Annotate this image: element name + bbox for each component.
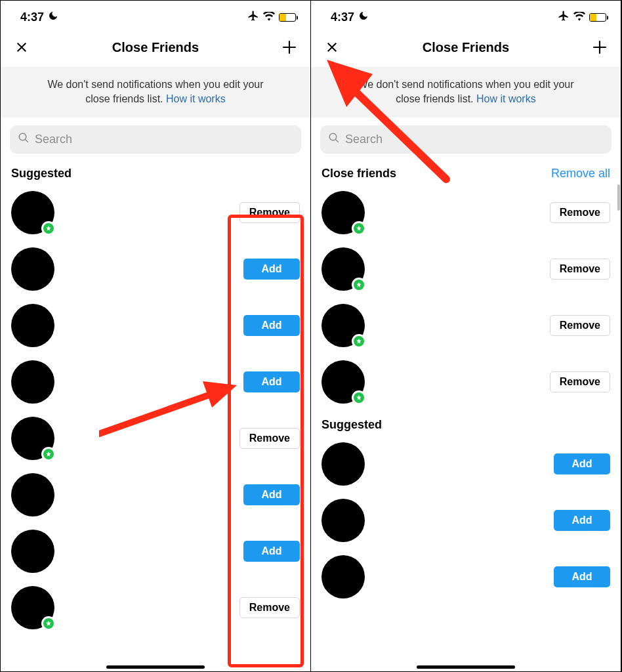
add-button[interactable]: Add [243, 259, 300, 280]
wifi-icon [573, 10, 585, 24]
header: Close Friends [311, 30, 621, 67]
add-button[interactable]: Add [243, 484, 300, 505]
add-button[interactable]: Add [243, 371, 300, 392]
phone-left: 4:37 Close Friends We don't send notific… [1, 1, 311, 672]
remove-button[interactable]: Remove [550, 259, 610, 280]
banner-text-b: close friends list. [85, 93, 166, 104]
avatar[interactable] [321, 442, 365, 486]
header: Close Friends [1, 30, 310, 67]
avatar[interactable] [321, 304, 365, 347]
status-bar: 4:37 [311, 1, 621, 30]
list-item: Remove [320, 297, 612, 354]
avatar[interactable] [11, 360, 54, 404]
list-item: Add [10, 354, 301, 410]
list-item: Add [320, 436, 612, 492]
airplane-icon [247, 10, 259, 25]
list-item: Remove [320, 241, 612, 297]
avatar[interactable] [11, 191, 54, 234]
remove-button[interactable]: Remove [239, 202, 300, 223]
add-icon[interactable] [591, 38, 609, 56]
banner-text-a: We don't send notifications when you edi… [47, 79, 263, 90]
home-indicator [417, 665, 515, 669]
close-friend-star-icon [352, 278, 366, 292]
add-button[interactable]: Add [554, 453, 610, 474]
list-item: Remove [10, 579, 301, 636]
list-item: Add [10, 467, 301, 523]
list-item: Add [10, 297, 301, 354]
status-bar: 4:37 [1, 1, 310, 30]
moon-icon [358, 10, 369, 24]
add-button[interactable]: Add [243, 541, 300, 562]
remove-button[interactable]: Remove [239, 597, 300, 618]
section-header: Suggested [1, 159, 310, 184]
battery-icon [279, 13, 296, 22]
close-friend-star-icon [41, 221, 56, 236]
remove-button[interactable]: Remove [550, 202, 610, 223]
moon-icon [48, 10, 58, 24]
avatar[interactable] [11, 247, 54, 291]
list-item: Remove [10, 410, 301, 467]
avatar[interactable] [11, 417, 54, 460]
add-button[interactable]: Add [554, 566, 610, 587]
avatar[interactable] [321, 360, 365, 404]
wifi-icon [263, 10, 275, 24]
search-icon [328, 132, 340, 147]
info-banner: We don't send notifications when you edi… [1, 67, 310, 117]
status-time: 4:37 [331, 10, 354, 24]
list-item: Remove [320, 184, 612, 241]
list-item: Remove [320, 354, 612, 410]
airplane-icon [558, 10, 570, 25]
section-header-close-friends: Close friends Remove all [311, 159, 621, 184]
search-input[interactable] [320, 125, 612, 154]
info-banner: We don't send notifications when you edi… [311, 67, 621, 117]
list-item: Add [10, 241, 301, 297]
section-header-suggested: Suggested [311, 410, 621, 436]
close-friend-star-icon [41, 447, 56, 461]
list-item: Remove [10, 184, 301, 241]
banner-text-b: close friends list. [396, 93, 476, 104]
avatar[interactable] [11, 473, 54, 516]
how-it-works-link[interactable]: How it works [476, 93, 536, 104]
phone-right: 4:37 Close Friends We don't send notific… [311, 1, 621, 672]
battery-icon [589, 13, 606, 22]
remove-button[interactable]: Remove [550, 371, 610, 392]
page-title: Close Friends [112, 40, 199, 55]
avatar[interactable] [11, 304, 54, 347]
close-friends-list: RemoveRemoveRemoveRemove [311, 184, 621, 410]
close-icon[interactable] [12, 38, 31, 56]
list-item: Add [320, 492, 612, 549]
status-time: 4:37 [20, 10, 44, 24]
suggested-list: RemoveAddAddAddRemoveAddAddRemove [1, 184, 310, 636]
remove-all-link[interactable]: Remove all [551, 167, 610, 180]
banner-text-a: We don't send notifications when you edi… [358, 79, 573, 90]
section-title: Suggested [321, 418, 382, 432]
search-field[interactable] [35, 133, 293, 146]
close-icon[interactable] [323, 38, 341, 56]
avatar[interactable] [11, 530, 54, 573]
close-friend-star-icon [41, 616, 56, 631]
avatar[interactable] [321, 555, 365, 598]
add-button[interactable]: Add [243, 315, 300, 336]
search-field[interactable] [345, 133, 604, 146]
suggested-list: AddAddAdd [311, 436, 621, 605]
home-indicator [106, 665, 205, 669]
avatar[interactable] [321, 499, 365, 542]
list-item: Add [10, 523, 301, 579]
avatar[interactable] [321, 191, 365, 234]
section-title: Close friends [321, 167, 396, 180]
search-icon [18, 132, 30, 147]
close-friend-star-icon [352, 390, 366, 405]
avatar[interactable] [321, 247, 365, 291]
page-title: Close Friends [423, 40, 509, 55]
scrollbar[interactable] [617, 184, 620, 211]
search-input[interactable] [10, 125, 301, 154]
list-item: Add [320, 549, 612, 605]
close-friend-star-icon [352, 334, 366, 348]
remove-button[interactable]: Remove [550, 315, 610, 336]
remove-button[interactable]: Remove [239, 428, 300, 449]
how-it-works-link[interactable]: How it works [166, 93, 226, 104]
add-icon[interactable] [280, 38, 299, 56]
avatar[interactable] [11, 586, 54, 629]
section-title: Suggested [11, 167, 72, 180]
add-button[interactable]: Add [554, 510, 610, 531]
